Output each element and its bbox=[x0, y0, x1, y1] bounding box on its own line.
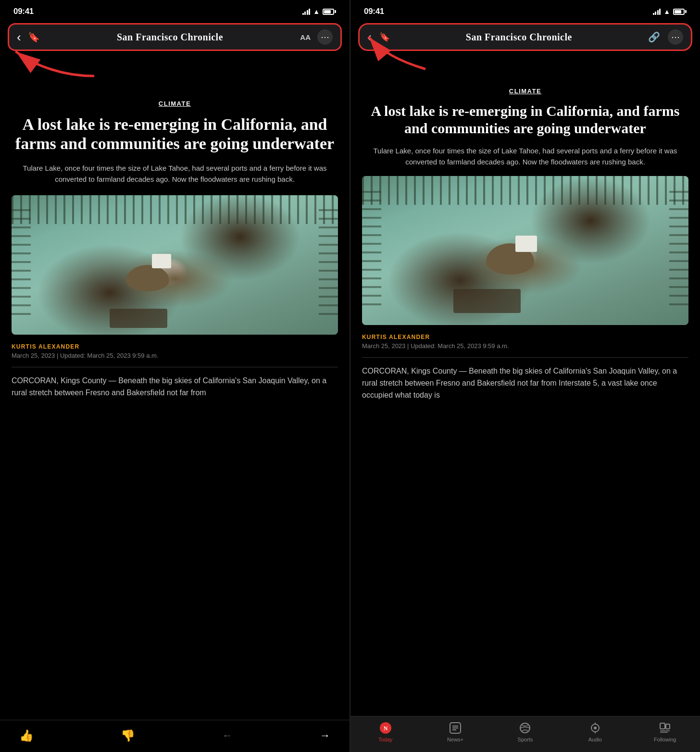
red-arrow-left bbox=[7, 42, 103, 81]
battery-icon-left bbox=[323, 9, 336, 15]
tab-sports[interactable]: Sports bbox=[506, 721, 544, 742]
svg-point-10 bbox=[594, 727, 597, 729]
article-divider-left bbox=[12, 367, 338, 367]
article-date-left: March 25, 2023 | Updated: March 25, 2023… bbox=[12, 352, 338, 359]
tab-sports-label: Sports bbox=[518, 737, 533, 742]
article-body-right: CORCORAN, Kings County — Beneath the big… bbox=[362, 365, 688, 401]
article-content-right: CLIMATE A lost lake is re-emerging in Ca… bbox=[350, 86, 700, 716]
sports-icon bbox=[518, 721, 532, 735]
left-phone-panel: 09:41 ▲ ‹ 🔖 San Francisco Chronicle AA ⋯ bbox=[0, 0, 350, 752]
status-bar-right: 09:41 ▲ bbox=[350, 0, 700, 20]
svg-rect-13 bbox=[660, 723, 665, 729]
tab-following-label: Following bbox=[654, 737, 676, 742]
article-subhead-right: Tulare Lake, once four times the size of… bbox=[362, 146, 688, 167]
signal-icon-right bbox=[653, 8, 661, 15]
status-bar-left: 09:41 ▲ bbox=[0, 0, 350, 20]
bottom-tab-bar: N Today News+ Sports bbox=[350, 716, 700, 752]
signal-icon-left bbox=[302, 8, 311, 15]
arrow-annotation-left bbox=[12, 57, 338, 95]
time-right: 09:41 bbox=[364, 7, 384, 16]
article-subhead-left: Tulare Lake, once four times the size of… bbox=[12, 163, 338, 185]
following-icon bbox=[658, 721, 672, 735]
svg-text:N: N bbox=[383, 725, 388, 732]
font-size-button-left[interactable]: AA bbox=[300, 33, 311, 41]
author-name-right: KURTIS ALEXANDER bbox=[362, 334, 688, 340]
status-icons-left: ▲ bbox=[302, 8, 336, 15]
newsplus-icon bbox=[449, 721, 462, 735]
navigate-back-button[interactable]: ← bbox=[222, 729, 233, 742]
tab-today-label: Today bbox=[378, 737, 392, 742]
article-divider-right bbox=[362, 357, 688, 358]
navigate-forward-button[interactable]: → bbox=[320, 729, 330, 742]
article-headline-left: A lost lake is re-emerging in California… bbox=[12, 115, 338, 153]
right-phone-panel: 09:41 ▲ ‹ 🔖 San Francisco Chronicle 🔗 ⋯ bbox=[350, 0, 700, 752]
tab-newsplus-label: News+ bbox=[447, 737, 463, 742]
battery-icon-right bbox=[673, 9, 687, 15]
thumbs-up-button[interactable]: 👍 bbox=[19, 729, 34, 742]
time-left: 09:41 bbox=[13, 7, 34, 16]
more-button-right[interactable]: ⋯ bbox=[668, 29, 683, 45]
bookmark-button-left[interactable]: 🔖 bbox=[28, 31, 40, 43]
author-name-left: KURTIS ALEXANDER bbox=[12, 343, 338, 350]
arrow-annotation-right bbox=[362, 57, 688, 86]
more-button-left[interactable]: ⋯ bbox=[317, 29, 333, 45]
tab-audio-label: Audio bbox=[588, 737, 602, 742]
article-image-right bbox=[362, 176, 688, 325]
article-date-right: March 25, 2023 | Updated: March 25, 2023… bbox=[362, 342, 688, 350]
nav-title-left: San Francisco Chronicle bbox=[47, 32, 294, 43]
audio-icon bbox=[588, 721, 602, 735]
tab-audio[interactable]: Audio bbox=[576, 721, 614, 742]
share-button-right[interactable]: 🔗 bbox=[648, 31, 660, 43]
svg-rect-14 bbox=[666, 724, 670, 729]
wifi-icon-left: ▲ bbox=[313, 8, 320, 15]
article-body-left: CORCORAN, Kings County — Beneath the big… bbox=[12, 375, 338, 399]
bottom-toolbar-left: 👍 👎 ← → bbox=[0, 720, 350, 752]
tab-today[interactable]: N Today bbox=[366, 721, 405, 742]
article-content-left: CLIMATE A lost lake is re-emerging in Ca… bbox=[0, 100, 350, 720]
article-headline-right: A lost lake is re-emerging in California… bbox=[362, 102, 688, 137]
tab-newsplus[interactable]: News+ bbox=[436, 721, 475, 742]
article-image-left bbox=[12, 195, 338, 335]
status-icons-right: ▲ bbox=[653, 8, 687, 15]
category-label-left: CLIMATE bbox=[12, 100, 338, 107]
wifi-icon-right: ▲ bbox=[663, 8, 670, 15]
category-label-right: CLIMATE bbox=[362, 88, 688, 95]
red-arrow-right bbox=[362, 33, 439, 71]
today-icon: N bbox=[379, 721, 392, 735]
tab-following[interactable]: Following bbox=[646, 721, 684, 742]
thumbs-down-button[interactable]: 👎 bbox=[121, 729, 135, 742]
